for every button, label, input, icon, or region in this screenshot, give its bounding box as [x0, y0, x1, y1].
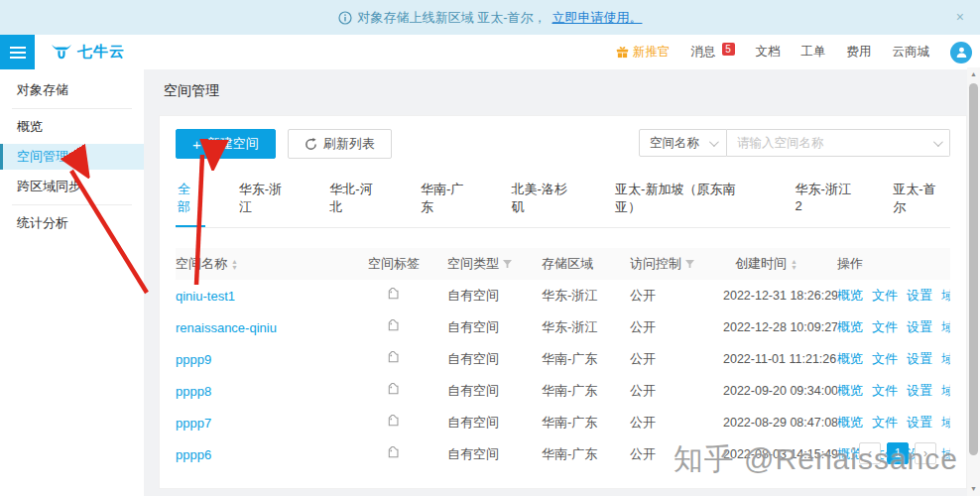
nav-item-promo[interactable]: 新推官 [616, 44, 671, 61]
region-tabs: 全部 华东-浙江 华北-河北 华南-广东 北美-洛杉矶 亚太-新加坡（原东南亚）… [176, 175, 950, 228]
hamburger-menu-button[interactable] [0, 35, 35, 69]
page-title: 空间管理 [159, 69, 967, 100]
action-domains[interactable]: 域名 [941, 318, 950, 336]
pagination-next-button[interactable]: › [915, 442, 936, 464]
sidebar-item-overview[interactable]: 概览 [0, 114, 144, 140]
bucket-name-link[interactable]: pppp9 [176, 352, 211, 367]
search-input[interactable] [727, 129, 950, 157]
nav-item-market[interactable]: 云商城 [893, 44, 930, 61]
bucket-name-link[interactable]: qiniu-test1 [176, 289, 235, 304]
action-files[interactable]: 文件 [872, 287, 898, 305]
pagination-page-1[interactable]: 1 [887, 442, 909, 464]
tab-huabei-hebei[interactable]: 华北-河北 [327, 175, 387, 227]
action-overview[interactable]: 概览 [837, 414, 863, 432]
filter-icon[interactable] [685, 260, 694, 269]
announcement-banner: 对象存储上线新区域 亚太-首尔， 立即申请使用。 × [0, 0, 980, 35]
tab-northamerica-la[interactable]: 北美-洛杉矶 [510, 175, 581, 227]
tab-huadong-zhejiang2[interactable]: 华东-浙江2 [794, 175, 860, 227]
nav-item-tickets[interactable]: 工单 [801, 44, 826, 61]
bucket-region: 华东-浙江 [542, 318, 630, 336]
banner-close-icon[interactable]: × [956, 9, 964, 25]
bucket-access: 公开 [630, 445, 723, 463]
bucket-type: 自有空间 [447, 414, 542, 432]
row-actions: 概览 文件 设置 域名 [837, 414, 950, 432]
vertical-scrollbar[interactable]: ▲ ▼ [967, 67, 980, 496]
action-settings[interactable]: 设置 [907, 382, 932, 400]
tag-icon[interactable] [386, 383, 400, 397]
action-files[interactable]: 文件 [872, 414, 898, 432]
action-settings[interactable]: 设置 [907, 414, 932, 432]
action-overview[interactable]: 概览 [837, 382, 863, 400]
scrollbar-thumb[interactable] [969, 83, 978, 455]
bucket-access: 公开 [630, 382, 723, 400]
bucket-name-link[interactable]: renaissance-qiniu [176, 320, 277, 335]
tab-apac-seoul[interactable]: 亚太-首尔 [891, 175, 950, 227]
bucket-created: 2022-11-01 11:21:26 [723, 352, 837, 366]
filter-icon[interactable] [503, 260, 512, 269]
new-space-button[interactable]: + 新建空间 [176, 129, 276, 159]
refresh-list-button[interactable]: 刷新列表 [288, 129, 392, 159]
table-header-row: 空间名称 ▲▼ 空间标签 空间类型 存储区域 [176, 248, 950, 280]
action-files[interactable]: 文件 [872, 318, 898, 336]
bucket-type: 自有空间 [447, 350, 542, 368]
sort-icon[interactable]: ▲▼ [231, 259, 238, 270]
action-domains[interactable]: 域名 [941, 287, 950, 305]
pagination-prev-button[interactable]: ‹ [859, 442, 881, 464]
action-overview[interactable]: 概览 [837, 350, 863, 368]
scroll-down-icon[interactable]: ▼ [970, 482, 977, 496]
tab-huadong-zhejiang[interactable]: 华东-浙江 [237, 175, 297, 227]
search-bar: 空间名称 [639, 129, 950, 157]
qiniu-logo[interactable]: 七牛云 [51, 43, 125, 62]
action-overview[interactable]: 概览 [837, 287, 863, 305]
action-overview[interactable]: 概览 [837, 318, 863, 336]
tab-apac-singapore[interactable]: 亚太-新加坡（原东南亚） [613, 175, 762, 227]
info-icon [338, 11, 352, 25]
action-files[interactable]: 文件 [872, 382, 898, 400]
bucket-region: 华南-广东 [542, 414, 630, 432]
sidebar-item-space-management[interactable]: 空间管理 [0, 144, 144, 170]
banner-apply-link[interactable]: 立即申请使用。 [551, 9, 642, 27]
table-row: pppp7 自有空间 华南-广东 公开 2022-08-29 08:47:08 … [176, 407, 950, 438]
nav-item-messages[interactable]: 消息 5 [691, 44, 735, 61]
table-row: renaissance-qiniu 自有空间 华东-浙江 公开 2022-12-… [176, 311, 950, 343]
table-row: qiniu-test1 自有空间 华东-浙江 公开 2022-12-31 18:… [176, 280, 950, 311]
sidebar-item-cross-region-sync[interactable]: 跨区域同步 [0, 174, 144, 199]
sort-icon[interactable]: ▲▼ [791, 259, 797, 270]
action-domains[interactable]: 域名 [941, 382, 950, 400]
row-actions: 概览 文件 设置 域名 [837, 382, 950, 400]
bucket-access: 公开 [630, 414, 723, 432]
action-settings[interactable]: 设置 [907, 318, 932, 336]
plus-icon: + [192, 137, 201, 152]
tag-icon[interactable] [386, 288, 400, 302]
search-field-select[interactable]: 空间名称 [639, 129, 727, 157]
user-avatar[interactable] [950, 42, 972, 63]
nav-item-docs[interactable]: 文档 [756, 44, 781, 61]
col-header-region: 存储区域 [542, 255, 630, 273]
action-settings[interactable]: 设置 [907, 350, 932, 368]
bucket-type: 自有空间 [447, 318, 542, 336]
action-domains[interactable]: 域名 [941, 414, 950, 432]
scroll-up-icon[interactable]: ▲ [970, 67, 977, 81]
bucket-created: 2022-08-03 14:15:49 [723, 447, 837, 461]
action-domains[interactable]: 域名 [941, 350, 950, 368]
sidebar-item-statistics[interactable]: 统计分析 [0, 210, 144, 236]
tag-icon[interactable] [386, 319, 400, 333]
tag-icon[interactable] [386, 415, 400, 429]
bucket-name-link[interactable]: pppp6 [176, 447, 211, 462]
nav-item-billing[interactable]: 费用 [847, 44, 872, 61]
bucket-name-link[interactable]: pppp8 [176, 384, 211, 399]
top-nav: 七牛云 新推官 消息 5 文档 工单 费用 云商城 [0, 35, 980, 69]
bucket-created: 2022-08-29 08:47:08 [723, 416, 837, 430]
tab-huanan-guangdong[interactable]: 华南-广东 [419, 175, 478, 227]
bucket-access: 公开 [630, 350, 723, 368]
tab-all[interactable]: 全部 [176, 175, 205, 227]
action-files[interactable]: 文件 [872, 350, 898, 368]
tag-icon[interactable] [386, 446, 400, 460]
bucket-type: 自有空间 [447, 287, 542, 305]
action-domains[interactable]: 域名 [941, 445, 950, 463]
bucket-type: 自有空间 [447, 382, 542, 400]
action-settings[interactable]: 设置 [907, 287, 932, 305]
tag-icon[interactable] [386, 351, 400, 365]
sidebar-item-object-storage[interactable]: 对象存储 [0, 77, 144, 103]
bucket-name-link[interactable]: pppp7 [176, 416, 211, 431]
